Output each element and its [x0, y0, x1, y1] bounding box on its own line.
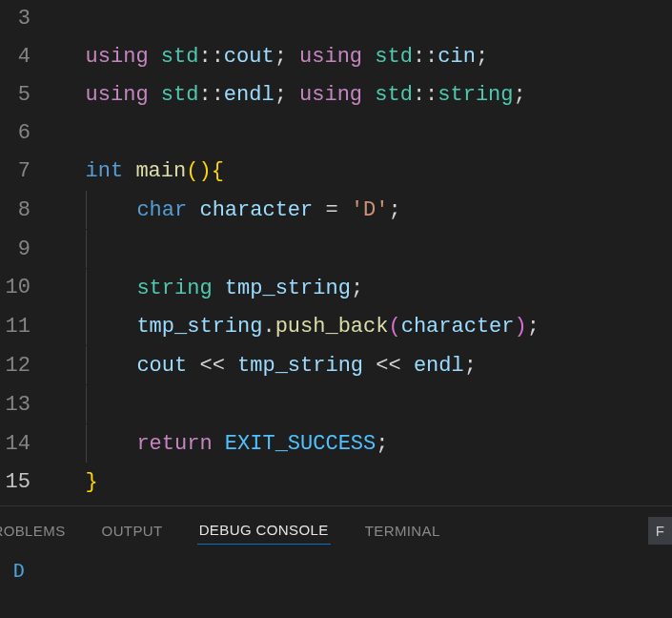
code-content: using std::endl; using std::string;: [48, 76, 526, 114]
line-number: 11: [0, 308, 48, 346]
line-number: 8: [0, 192, 48, 230]
line-number: 3: [0, 0, 48, 38]
code-content: [48, 230, 87, 269]
line-number: 6: [0, 114, 48, 153]
code-line[interactable]: 15 }: [0, 464, 672, 502]
code-content: char character = 'D';: [48, 191, 401, 230]
code-content: cout << tmp_string << endl;: [48, 346, 477, 385]
code-line[interactable]: 10 string tmp_string;: [0, 269, 672, 308]
tab-output[interactable]: OUTPUT: [100, 517, 165, 545]
line-number: 15: [0, 464, 48, 502]
code-line[interactable]: 3: [0, 0, 672, 38]
code-content: return EXIT_SUCCESS;: [48, 424, 388, 464]
code-line[interactable]: 6: [0, 114, 672, 153]
code-content: using std::cout; using std::cin;: [48, 38, 488, 76]
panel-tab-bar: PROBLEMS OUTPUT DEBUG CONSOLE TERMINAL F: [0, 505, 672, 549]
line-number: 12: [0, 347, 48, 385]
code-line[interactable]: 7 int main(){: [0, 153, 672, 191]
line-number: 4: [0, 38, 48, 76]
code-line[interactable]: 13: [0, 385, 672, 424]
line-number: 5: [0, 76, 48, 114]
debug-console-output: D: [0, 549, 672, 591]
code-content: [48, 0, 86, 38]
line-number: 13: [0, 386, 48, 424]
tab-debug-console[interactable]: DEBUG CONSOLE: [197, 516, 331, 545]
code-editor[interactable]: 3 4 using std::cout; using std::cin;5 us…: [0, 0, 672, 502]
code-line[interactable]: 14 return EXIT_SUCCESS;: [0, 424, 672, 464]
panel-filter-button[interactable]: F: [648, 517, 672, 545]
line-number: 7: [0, 153, 48, 191]
code-content: tmp_string.push_back(character);: [48, 307, 540, 346]
code-line[interactable]: 12 cout << tmp_string << endl;: [0, 346, 672, 385]
code-line[interactable]: 5 using std::endl; using std::string;: [0, 76, 672, 114]
line-number: 9: [0, 231, 48, 269]
code-line[interactable]: 8 char character = 'D';: [0, 191, 672, 230]
code-content: string tmp_string;: [48, 269, 363, 308]
code-line[interactable]: 9: [0, 230, 672, 269]
tab-terminal[interactable]: TERMINAL: [363, 517, 442, 545]
code-content: int main(){: [48, 153, 224, 191]
code-content: [48, 385, 87, 424]
code-content: }: [48, 464, 98, 502]
tab-problems[interactable]: PROBLEMS: [0, 517, 68, 545]
line-number: 10: [0, 269, 48, 307]
code-content: [48, 114, 86, 153]
code-line[interactable]: 4 using std::cout; using std::cin;: [0, 38, 672, 76]
code-line[interactable]: 11 tmp_string.push_back(character);: [0, 307, 672, 346]
line-number: 14: [0, 425, 48, 464]
